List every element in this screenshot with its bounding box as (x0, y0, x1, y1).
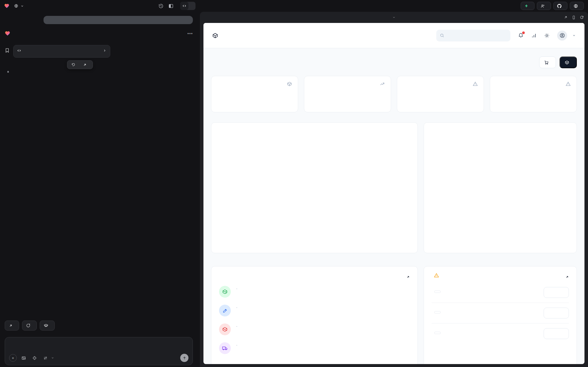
attach-button[interactable] (21, 356, 28, 360)
project-switcher[interactable] (4, 3, 24, 9)
user-menu[interactable] (557, 31, 576, 41)
preview-url[interactable] (392, 15, 395, 20)
edit-button[interactable] (32, 356, 39, 360)
restock-button[interactable] (544, 308, 569, 318)
manage-knowledge-button[interactable] (40, 321, 55, 331)
chat-bubble-icon (26, 323, 30, 328)
open-external-icon[interactable] (564, 15, 568, 19)
lovable-heart-icon (4, 3, 9, 9)
graduation-cap-icon (44, 323, 48, 328)
y-axis-labels (219, 136, 233, 227)
notifications-bell-icon[interactable] (518, 33, 524, 38)
publish-button[interactable] (570, 2, 584, 10)
code-icon (180, 2, 188, 10)
kpi-card-total-value (304, 76, 391, 112)
analytics-bars-icon[interactable] (531, 33, 537, 38)
sliders-icon (43, 356, 48, 360)
alert-triangle-icon (566, 81, 571, 86)
restore-button[interactable] (69, 63, 80, 67)
visit-docs-button[interactable] (5, 321, 19, 331)
kpi-card-out-of-stock (490, 76, 577, 112)
version-actions-bar (67, 60, 93, 69)
version-card[interactable] (13, 45, 110, 58)
view-all-link[interactable] (564, 275, 569, 279)
kpi-card-low-stock (397, 76, 484, 112)
top-bar (0, 0, 588, 12)
category-badge (434, 332, 441, 334)
supabase-button[interactable] (521, 2, 534, 10)
restock-button[interactable] (544, 328, 569, 339)
package-minus-icon (219, 323, 231, 335)
category-badge (434, 311, 441, 313)
image-icon (21, 356, 26, 360)
app-brand[interactable] (212, 33, 221, 39)
lovable-heart-icon (5, 31, 10, 36)
search-icon (440, 33, 444, 38)
low-stock-row (432, 282, 569, 303)
app-navbar (203, 23, 584, 48)
panel-layout-icon[interactable] (167, 2, 175, 10)
restock-button[interactable] (544, 287, 569, 298)
explore-supabase-button[interactable] (22, 321, 37, 331)
low-stock-row (432, 303, 569, 323)
kpi-card-total-inventory (211, 76, 298, 112)
send-button[interactable] (180, 354, 188, 362)
add-item-button[interactable] (559, 56, 577, 68)
new-order-button[interactable] (539, 56, 556, 68)
chevron-down-icon[interactable] (21, 4, 24, 8)
user-message-bubble (44, 16, 193, 24)
collaborate-button[interactable] (537, 2, 551, 10)
truck-icon (219, 342, 231, 354)
trending-up-icon (380, 81, 385, 86)
low-stock-alert-card (424, 266, 577, 364)
preview-button[interactable] (80, 63, 91, 67)
github-icon (557, 4, 562, 8)
collaborate-people-icon (541, 4, 545, 8)
package-icon (287, 81, 292, 86)
inventory-by-category-chart-card (424, 122, 577, 253)
mode-selector[interactable] (43, 356, 54, 360)
package-icon (212, 33, 218, 39)
chat-input[interactable] (9, 341, 188, 346)
github-button[interactable] (553, 2, 567, 10)
package-plus-icon (219, 286, 231, 298)
history-icon[interactable] (157, 2, 165, 10)
inventory-overview-chart-card (211, 122, 418, 253)
chevron-right-icon (103, 49, 106, 52)
add-attachment-icon[interactable]: + (9, 354, 17, 362)
message-menu-icon[interactable]: ••• (187, 31, 193, 36)
crosshair-icon (32, 356, 37, 360)
mobile-view-icon[interactable] (572, 15, 576, 20)
code-icon (17, 49, 21, 53)
supabase-bolt-icon (524, 4, 529, 8)
bookmark-icon[interactable] (5, 48, 10, 53)
area-chart-plot (233, 136, 410, 227)
chat-composer[interactable]: + (5, 337, 193, 365)
activity-row: · (219, 323, 410, 335)
view-all-link[interactable] (405, 275, 410, 279)
recent-activity-card: · · (211, 266, 418, 364)
preview-panel: · · (200, 12, 588, 367)
package-icon (565, 60, 569, 65)
activity-row: · (219, 342, 410, 354)
edit-icon (219, 305, 231, 316)
chat-panel: ••• (0, 12, 200, 367)
alert-triangle-icon (434, 273, 439, 278)
publish-globe-icon (574, 4, 578, 8)
preview-url-bar (200, 12, 588, 23)
activity-row: · (219, 305, 410, 316)
theme-sun-icon[interactable] (544, 33, 549, 38)
alert-triangle-icon (473, 81, 478, 86)
app-viewport: · · (203, 23, 584, 364)
cart-icon (544, 60, 549, 65)
notification-dot (522, 31, 525, 34)
avatar (557, 31, 567, 41)
search-input[interactable] (447, 33, 507, 38)
code-view-toggle[interactable] (180, 2, 196, 10)
activity-row: · (219, 286, 410, 298)
low-stock-row (432, 323, 569, 344)
visibility-globe-icon (14, 4, 18, 8)
inventory-search[interactable] (436, 30, 510, 41)
assistant-header: ••• (5, 31, 193, 36)
refresh-icon[interactable] (580, 15, 584, 19)
